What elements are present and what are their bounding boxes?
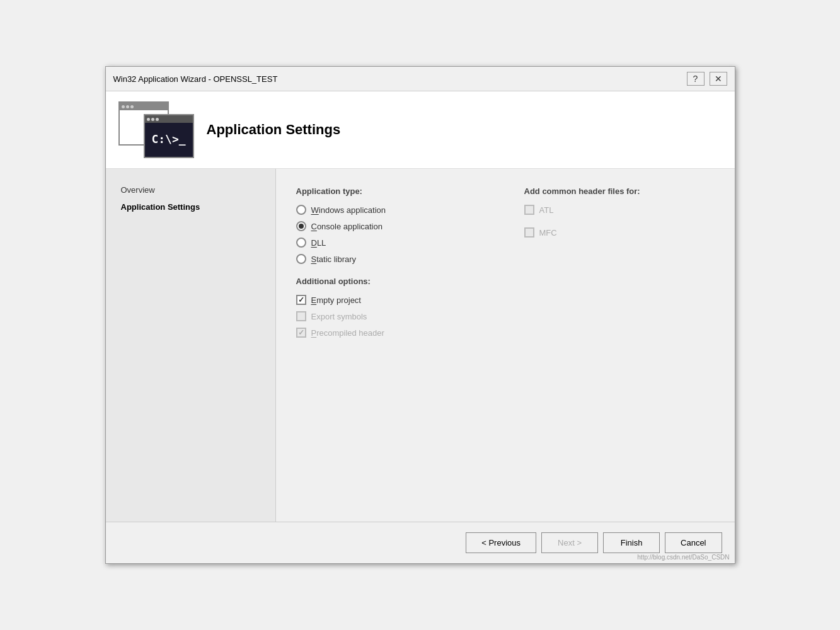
radio-item-static[interactable]: Static library bbox=[296, 254, 486, 264]
radio-static-label: Static library bbox=[311, 255, 357, 264]
header-area: C:\>_ Application Settings bbox=[106, 91, 735, 169]
checkbox-item-export: Export symbols bbox=[296, 311, 486, 321]
sidebar-item-application-settings[interactable]: Application Settings bbox=[116, 198, 265, 215]
title-bar: Win32 Application Wizard - OPENSSL_TEST … bbox=[106, 67, 735, 91]
checkbox-atl bbox=[524, 205, 534, 215]
radio-item-dll[interactable]: DLL bbox=[296, 238, 486, 248]
radio-item-windows[interactable]: Windows application bbox=[296, 205, 486, 215]
next-button: Next > bbox=[541, 532, 598, 553]
right-column: Add common header files for: ATL MFC bbox=[524, 186, 715, 350]
header-options-group: ATL MFC bbox=[524, 205, 715, 244]
app-type-label: Application type: bbox=[296, 186, 486, 196]
checkbox-export bbox=[296, 311, 306, 321]
previous-button[interactable]: < Previous bbox=[466, 532, 536, 553]
radio-console-label: Console application bbox=[311, 222, 383, 231]
watermark-text: http://blog.csdn.net/DaSo_CSDN bbox=[637, 554, 729, 561]
left-column: Application type: Windows application Co… bbox=[296, 186, 486, 350]
checkbox-empty[interactable] bbox=[296, 295, 306, 305]
radio-dll-label: DLL bbox=[311, 238, 326, 248]
close-button[interactable]: ✕ bbox=[710, 72, 727, 86]
radio-static[interactable] bbox=[296, 254, 306, 264]
title-bar-buttons: ? ✕ bbox=[687, 72, 727, 86]
radio-console[interactable] bbox=[296, 221, 306, 231]
checkbox-export-label: Export symbols bbox=[311, 312, 367, 321]
checkbox-precompiled bbox=[296, 328, 306, 338]
checkbox-atl-label: ATL bbox=[539, 205, 554, 215]
checkbox-item-precompiled: Precompiled header bbox=[296, 328, 486, 338]
checkbox-empty-label: Empty project bbox=[311, 295, 361, 305]
wizard-icon: C:\>_ bbox=[118, 101, 194, 158]
body-area: Overview Application Settings Applicatio… bbox=[106, 169, 735, 522]
page-title: Application Settings bbox=[207, 122, 341, 138]
additional-options-label: Additional options: bbox=[296, 277, 486, 286]
finish-button[interactable]: Finish bbox=[603, 532, 660, 553]
checkbox-mfc bbox=[524, 227, 534, 238]
additional-options-group: Empty project Export symbols Precompiled… bbox=[296, 295, 486, 338]
radio-dll[interactable] bbox=[296, 238, 306, 248]
checkbox-precompiled-label: Precompiled header bbox=[311, 328, 384, 338]
radio-windows[interactable] bbox=[296, 205, 306, 215]
radio-item-console[interactable]: Console application bbox=[296, 221, 486, 231]
radio-windows-label: Windows application bbox=[311, 205, 386, 215]
two-column-layout: Application type: Windows application Co… bbox=[296, 186, 715, 350]
sidebar: Overview Application Settings bbox=[106, 169, 276, 522]
footer-wrapper: < Previous Next > Finish Cancel http://b… bbox=[106, 522, 735, 563]
window-title: Win32 Application Wizard - OPENSSL_TEST bbox=[113, 74, 278, 84]
app-type-radio-group: Windows application Console application … bbox=[296, 205, 486, 264]
dialog-window: Win32 Application Wizard - OPENSSL_TEST … bbox=[105, 66, 735, 564]
checkbox-mfc-label: MFC bbox=[539, 228, 557, 238]
checkbox-item-empty[interactable]: Empty project bbox=[296, 295, 486, 305]
add-headers-label: Add common header files for: bbox=[524, 186, 715, 196]
help-button[interactable]: ? bbox=[687, 72, 705, 86]
sidebar-item-overview[interactable]: Overview bbox=[116, 181, 265, 198]
checkbox-item-atl: ATL bbox=[524, 205, 715, 215]
cmd-text: C:\>_ bbox=[151, 132, 185, 146]
checkbox-item-mfc: MFC bbox=[524, 227, 715, 238]
icon-window-front: C:\>_ bbox=[144, 114, 194, 158]
cancel-button[interactable]: Cancel bbox=[665, 532, 722, 553]
main-content: Application type: Windows application Co… bbox=[276, 169, 735, 522]
